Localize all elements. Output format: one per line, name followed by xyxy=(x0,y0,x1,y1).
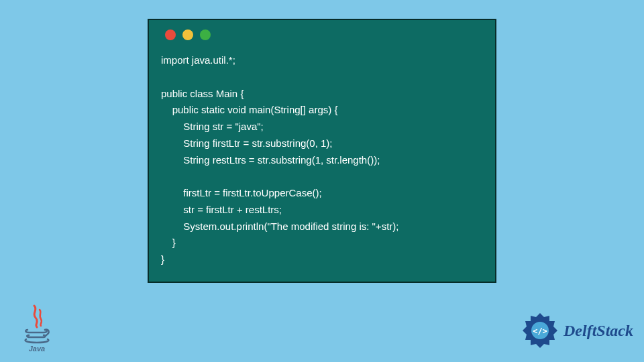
maximize-dot-icon xyxy=(200,29,211,40)
delftstack-gear-icon: </> xyxy=(521,311,559,350)
window-controls xyxy=(165,29,483,40)
java-logo-label: Java xyxy=(29,345,45,353)
delftstack-logo: </> DelftStack xyxy=(521,311,633,350)
close-dot-icon xyxy=(165,29,176,40)
java-logo: Java xyxy=(19,304,55,353)
java-cup-icon xyxy=(21,304,53,346)
code-window: import java.util.*; public class Main { … xyxy=(148,19,496,283)
svg-text:</>: </> xyxy=(533,326,547,336)
delftstack-logo-label: DelftStack xyxy=(564,322,633,340)
code-block: import java.util.*; public class Main { … xyxy=(161,52,483,268)
minimize-dot-icon xyxy=(182,29,193,40)
